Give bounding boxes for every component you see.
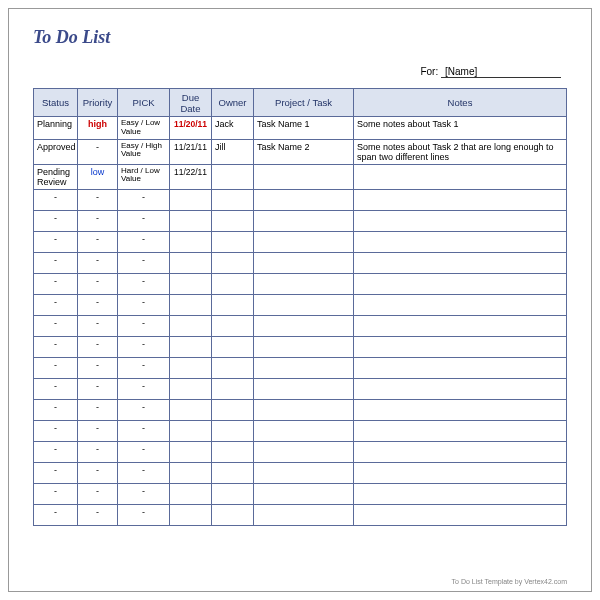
cell-due[interactable]: [170, 189, 212, 210]
cell-due[interactable]: [170, 294, 212, 315]
cell-status[interactable]: -: [34, 252, 78, 273]
cell-task[interactable]: [254, 189, 354, 210]
cell-due[interactable]: [170, 252, 212, 273]
cell-owner[interactable]: [212, 252, 254, 273]
cell-pick[interactable]: -: [118, 420, 170, 441]
cell-pick[interactable]: -: [118, 378, 170, 399]
cell-notes[interactable]: [354, 231, 567, 252]
cell-priority[interactable]: -: [78, 139, 118, 164]
cell-notes[interactable]: [354, 399, 567, 420]
cell-pick[interactable]: -: [118, 399, 170, 420]
cell-priority[interactable]: -: [78, 189, 118, 210]
cell-task[interactable]: [254, 357, 354, 378]
cell-status[interactable]: Approved: [34, 139, 78, 164]
cell-pick[interactable]: -: [118, 231, 170, 252]
cell-priority[interactable]: high: [78, 117, 118, 140]
cell-pick[interactable]: -: [118, 483, 170, 504]
cell-task[interactable]: Task Name 2: [254, 139, 354, 164]
cell-priority[interactable]: -: [78, 336, 118, 357]
cell-status[interactable]: -: [34, 378, 78, 399]
cell-status[interactable]: -: [34, 420, 78, 441]
cell-due[interactable]: [170, 231, 212, 252]
cell-pick[interactable]: Hard / Low Value: [118, 164, 170, 189]
cell-notes[interactable]: Some notes about Task 2 that are long en…: [354, 139, 567, 164]
cell-priority[interactable]: low: [78, 164, 118, 189]
cell-pick[interactable]: -: [118, 210, 170, 231]
cell-priority[interactable]: -: [78, 273, 118, 294]
cell-notes[interactable]: [354, 357, 567, 378]
cell-task[interactable]: [254, 399, 354, 420]
cell-status[interactable]: -: [34, 231, 78, 252]
cell-task[interactable]: [254, 164, 354, 189]
cell-owner[interactable]: [212, 231, 254, 252]
cell-due[interactable]: [170, 462, 212, 483]
cell-notes[interactable]: [354, 504, 567, 525]
cell-pick[interactable]: Easy / Low Value: [118, 117, 170, 140]
cell-task[interactable]: [254, 231, 354, 252]
cell-notes[interactable]: [354, 273, 567, 294]
cell-task[interactable]: [254, 483, 354, 504]
cell-notes[interactable]: [354, 210, 567, 231]
cell-priority[interactable]: -: [78, 441, 118, 462]
cell-pick[interactable]: -: [118, 504, 170, 525]
cell-status[interactable]: -: [34, 462, 78, 483]
cell-priority[interactable]: -: [78, 231, 118, 252]
cell-status[interactable]: -: [34, 315, 78, 336]
cell-priority[interactable]: -: [78, 483, 118, 504]
cell-owner[interactable]: [212, 273, 254, 294]
cell-owner[interactable]: [212, 504, 254, 525]
cell-status[interactable]: -: [34, 399, 78, 420]
cell-task[interactable]: [254, 252, 354, 273]
cell-owner[interactable]: Jack: [212, 117, 254, 140]
cell-pick[interactable]: -: [118, 189, 170, 210]
cell-owner[interactable]: [212, 462, 254, 483]
cell-task[interactable]: [254, 504, 354, 525]
cell-due[interactable]: [170, 273, 212, 294]
for-name-field[interactable]: [Name]: [441, 66, 561, 78]
cell-owner[interactable]: [212, 357, 254, 378]
cell-pick[interactable]: -: [118, 336, 170, 357]
cell-notes[interactable]: [354, 164, 567, 189]
cell-notes[interactable]: [354, 441, 567, 462]
cell-status[interactable]: -: [34, 189, 78, 210]
cell-notes[interactable]: [354, 336, 567, 357]
cell-status[interactable]: -: [34, 441, 78, 462]
cell-priority[interactable]: -: [78, 462, 118, 483]
cell-due[interactable]: [170, 441, 212, 462]
cell-owner[interactable]: [212, 399, 254, 420]
cell-task[interactable]: [254, 378, 354, 399]
cell-notes[interactable]: Some notes about Task 1: [354, 117, 567, 140]
cell-priority[interactable]: -: [78, 420, 118, 441]
cell-task[interactable]: [254, 315, 354, 336]
cell-due[interactable]: [170, 210, 212, 231]
cell-owner[interactable]: [212, 441, 254, 462]
cell-notes[interactable]: [354, 378, 567, 399]
cell-pick[interactable]: -: [118, 294, 170, 315]
cell-owner[interactable]: [212, 164, 254, 189]
cell-status[interactable]: -: [34, 273, 78, 294]
cell-owner[interactable]: [212, 483, 254, 504]
cell-pick[interactable]: Easy / High Value: [118, 139, 170, 164]
cell-pick[interactable]: -: [118, 273, 170, 294]
cell-due[interactable]: 11/22/11: [170, 164, 212, 189]
cell-due[interactable]: [170, 420, 212, 441]
cell-due[interactable]: [170, 483, 212, 504]
cell-owner[interactable]: [212, 420, 254, 441]
cell-pick[interactable]: -: [118, 357, 170, 378]
cell-owner[interactable]: [212, 210, 254, 231]
cell-task[interactable]: [254, 336, 354, 357]
cell-task[interactable]: [254, 294, 354, 315]
cell-status[interactable]: -: [34, 483, 78, 504]
cell-owner[interactable]: Jill: [212, 139, 254, 164]
cell-priority[interactable]: -: [78, 357, 118, 378]
cell-pick[interactable]: -: [118, 441, 170, 462]
cell-status[interactable]: Planning: [34, 117, 78, 140]
cell-owner[interactable]: [212, 378, 254, 399]
cell-pick[interactable]: -: [118, 252, 170, 273]
cell-notes[interactable]: [354, 462, 567, 483]
cell-due[interactable]: 11/21/11: [170, 139, 212, 164]
cell-priority[interactable]: -: [78, 504, 118, 525]
cell-notes[interactable]: [354, 189, 567, 210]
cell-due[interactable]: [170, 378, 212, 399]
cell-notes[interactable]: [354, 315, 567, 336]
